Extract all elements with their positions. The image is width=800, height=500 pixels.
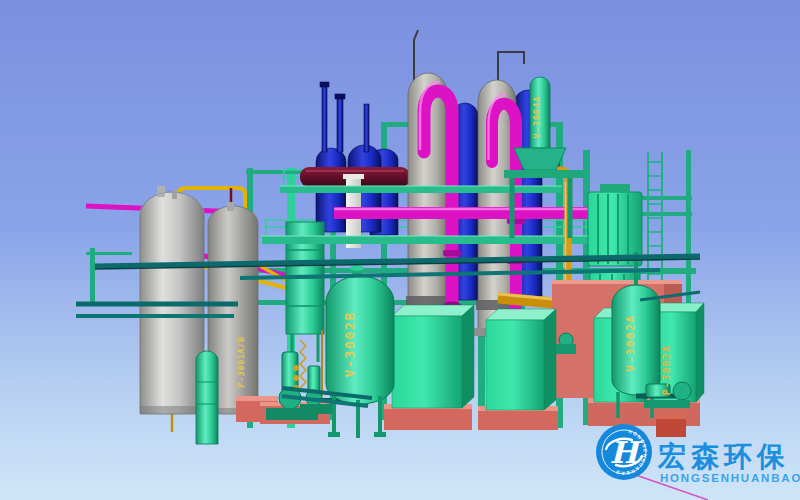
slim-green-column [196, 351, 218, 444]
label-v3002b: V-3002B [342, 311, 357, 378]
logo-chinese-name: 宏森环保 [657, 441, 790, 472]
label-p3001ab: P-3001A/B [236, 336, 246, 387]
label-v3002a: V-3002A [624, 314, 637, 372]
label-p3002a: P-3002A [661, 345, 672, 396]
logo-latin-name: HONGSENHUANBAO [660, 472, 800, 484]
label-v3004a: V-3004A [532, 96, 542, 139]
plant-3d-render-viewport: V-3004A P-3001A/B V-3002B V- [0, 0, 800, 500]
plant-3d-scene: V-3004A P-3001A/B V-3002B V- [0, 0, 800, 500]
logo-monogram: H [610, 435, 643, 470]
